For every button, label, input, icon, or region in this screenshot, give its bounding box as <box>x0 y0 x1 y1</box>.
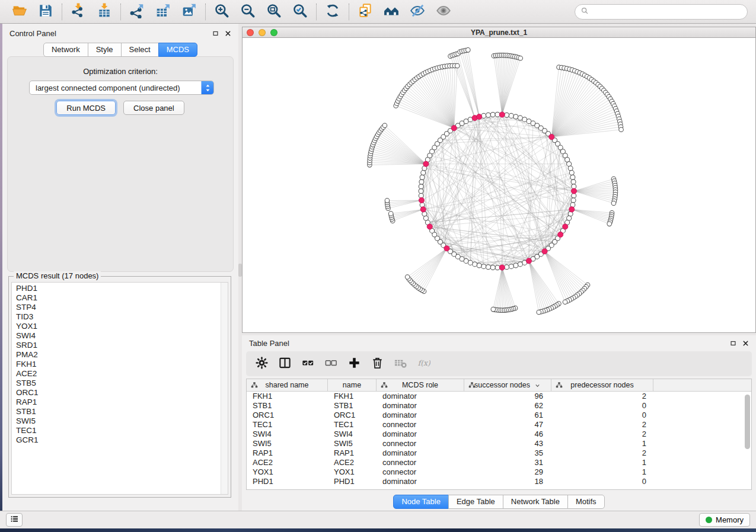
graph-node[interactable] <box>518 56 523 60</box>
search-input[interactable] <box>592 7 742 16</box>
table-row[interactable]: RAP1RAP1dominator352 <box>247 448 751 458</box>
mcds-result-item[interactable]: RAP1 <box>16 398 221 407</box>
copy-network-button[interactable] <box>355 2 376 21</box>
graph-node[interactable] <box>518 116 522 120</box>
first-neighbors-button[interactable] <box>381 2 402 21</box>
graph-node[interactable] <box>481 264 486 269</box>
graph-mcds-node[interactable] <box>569 207 575 212</box>
column-header-MCDS-role[interactable]: MCDS role <box>377 379 464 391</box>
table-row[interactable]: ORC1ORC1dominator610 <box>247 411 751 420</box>
graph-node[interactable] <box>509 113 513 118</box>
graph-node[interactable] <box>611 201 616 206</box>
delete-column-button[interactable] <box>368 354 387 373</box>
graph-mcds-node[interactable] <box>499 265 505 270</box>
graph-mcds-node[interactable] <box>571 188 576 194</box>
graph-node[interactable] <box>382 123 387 128</box>
graph-node[interactable] <box>513 263 518 268</box>
tab-network[interactable]: Network <box>43 43 88 57</box>
zoom-selected-button[interactable] <box>289 2 311 21</box>
tab-style[interactable]: Style <box>88 43 122 57</box>
graph-mcds-node[interactable] <box>563 224 568 229</box>
tab-network-table[interactable]: Network Table <box>503 495 568 509</box>
graph-node[interactable] <box>571 198 576 203</box>
graph-node[interactable] <box>569 171 574 175</box>
network-canvas[interactable] <box>242 38 756 333</box>
table-row[interactable]: ACE2ACE2connector311 <box>247 458 751 467</box>
column-header-successor-nodes[interactable]: successor nodes <box>464 379 551 391</box>
graph-mcds-node[interactable] <box>526 258 531 264</box>
import-table-button[interactable] <box>94 2 115 21</box>
mcds-result-item[interactable]: STP4 <box>16 303 221 312</box>
graph-node[interactable] <box>385 198 390 203</box>
mcds-result-item[interactable]: ACE2 <box>16 369 221 379</box>
mcds-result-item[interactable]: PHD1 <box>16 284 221 293</box>
mcds-result-item[interactable]: CAR1 <box>16 293 221 303</box>
deselect-all-columns-button[interactable] <box>321 354 340 373</box>
graph-node[interactable] <box>567 162 572 166</box>
mcds-result-item[interactable]: TEC1 <box>16 426 221 435</box>
mcds-result-item[interactable]: STB5 <box>16 379 221 388</box>
refresh-view-button[interactable] <box>322 2 343 21</box>
table-row[interactable]: SWI5SWI5connector431 <box>247 439 751 448</box>
graph-node[interactable] <box>421 171 426 175</box>
select-all-columns-button[interactable] <box>298 354 317 373</box>
table-options-button[interactable] <box>252 354 271 373</box>
hide-selected-button[interactable] <box>407 2 428 21</box>
graph-node[interactable] <box>419 184 423 189</box>
graph-mcds-node[interactable] <box>427 224 432 229</box>
search-box[interactable] <box>575 4 748 20</box>
criterion-select[interactable]: largest connected component (undirected) <box>29 81 214 95</box>
graph-node[interactable] <box>486 265 490 270</box>
network-graph[interactable] <box>243 38 755 332</box>
close-table-panel-icon[interactable] <box>742 340 749 347</box>
export-network-button[interactable] <box>126 2 148 21</box>
tab-motifs[interactable]: Motifs <box>567 495 605 509</box>
tab-select[interactable]: Select <box>121 43 159 57</box>
column-header-name[interactable]: name <box>328 379 377 391</box>
export-table-button[interactable] <box>152 2 174 21</box>
task-history-button[interactable] <box>6 513 23 527</box>
graph-node[interactable] <box>568 166 573 171</box>
table-scrollbar[interactable] <box>744 393 751 488</box>
graph-node[interactable] <box>490 112 495 117</box>
mcds-result-item[interactable]: PMA2 <box>16 350 221 360</box>
close-panel-button[interactable]: Close panel <box>123 101 184 115</box>
run-mcds-button[interactable]: Run MCDS <box>56 101 116 115</box>
graph-mcds-node[interactable] <box>558 232 563 237</box>
graph-node[interactable] <box>477 263 481 268</box>
mcds-result-item[interactable]: SWI5 <box>16 416 221 426</box>
graph-mcds-node[interactable] <box>420 207 426 212</box>
zoom-fit-button[interactable] <box>263 2 285 21</box>
graph-node[interactable] <box>571 180 576 184</box>
mcds-result-item[interactable]: GCR1 <box>16 435 221 445</box>
graph-node[interactable] <box>419 193 423 198</box>
graph-mcds-node[interactable] <box>451 126 457 131</box>
table-row[interactable]: TEC1TEC1connector472 <box>247 420 751 430</box>
float-table-panel-icon[interactable] <box>730 340 736 347</box>
toggle-panel-button[interactable] <box>275 354 294 373</box>
graph-node[interactable] <box>563 300 567 305</box>
mcds-result-item[interactable]: YOX1 <box>16 322 221 331</box>
graph-node[interactable] <box>490 265 495 270</box>
graph-mcds-node[interactable] <box>542 249 547 254</box>
zoom-out-button[interactable] <box>237 2 259 21</box>
graph-node[interactable] <box>419 189 423 194</box>
table-row[interactable]: PHD1PHD1dominator180 <box>247 477 751 486</box>
table-row[interactable]: YOX1YOX1connector291 <box>247 467 751 477</box>
graph-mcds-node[interactable] <box>549 134 554 140</box>
mcds-list-scrollbar[interactable] <box>221 283 228 494</box>
graph-node[interactable] <box>513 114 518 119</box>
graph-mcds-node[interactable] <box>444 246 449 251</box>
graph-node[interactable] <box>505 113 509 117</box>
mcds-result-item[interactable]: STB1 <box>16 407 221 416</box>
graph-node[interactable] <box>486 113 490 117</box>
mcds-result-item[interactable]: FKH1 <box>16 360 221 369</box>
column-header-predecessor-nodes[interactable]: predecessor nodes <box>551 379 653 391</box>
mcds-result-item[interactable]: ORC1 <box>16 388 221 398</box>
graph-node[interactable] <box>491 307 496 312</box>
tab-mcds[interactable]: MCDS <box>158 43 197 57</box>
mcds-result-item[interactable]: SWI4 <box>16 331 221 341</box>
graph-mcds-node[interactable] <box>423 161 429 166</box>
graph-node[interactable] <box>423 216 428 220</box>
memory-button[interactable]: Memory <box>699 513 750 527</box>
